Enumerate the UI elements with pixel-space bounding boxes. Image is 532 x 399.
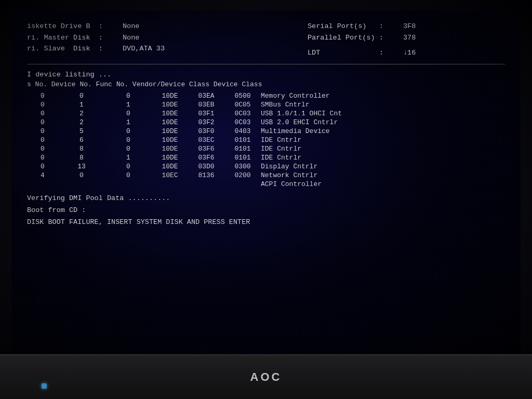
pci-class: 0101	[224, 136, 261, 144]
slave-disk-row: ri. Slave Disk : DVD,ATA 33	[27, 43, 266, 55]
pci-description: IDE Cntrlr	[261, 136, 505, 144]
pci-class: 0403	[224, 127, 261, 136]
pci-table-row: 0 2 1 10DE 03F2 0C03 USB 2.0 EHCI Cntrlr	[27, 118, 505, 127]
ldt-value: ↓16	[403, 47, 416, 59]
pci-bus: 0	[27, 136, 58, 144]
pci-bus: 0	[27, 100, 58, 109]
pci-device-id: 03EA	[188, 91, 224, 100]
pci-bus: 4	[27, 171, 58, 180]
pci-description: Network Cntrlr	[261, 171, 505, 180]
pci-bus: 0	[27, 153, 58, 162]
pci-bus: 0	[27, 162, 58, 171]
pci-device-id: 03F1	[188, 109, 224, 118]
pci-func-no	[105, 180, 152, 189]
pci-bus: 0	[27, 127, 58, 136]
top-info-section: iskette Drive B : None ri. Master Disk :…	[27, 21, 505, 59]
pci-description: Display Cntrlr	[261, 162, 505, 171]
pci-description: Multimedia Device	[261, 127, 505, 136]
pci-vendor: 10DE	[152, 100, 188, 109]
pci-class: 0C03	[224, 109, 261, 118]
pci-func-no: 0	[105, 162, 152, 171]
ldt-label: LDT :	[308, 47, 401, 59]
pci-vendor: 10DE	[152, 136, 188, 144]
pci-device-id: 8136	[188, 171, 224, 180]
dmi-pool-msg: Verifying DMI Pool Data ..........	[27, 193, 505, 205]
pci-device-no: 1	[58, 100, 105, 109]
pci-func-no: 0	[105, 127, 152, 136]
pci-class: 0101	[224, 144, 261, 153]
top-right-info: Serial Port(s) : 3F8 Parallel Port(s) : …	[266, 21, 505, 59]
pci-table-row: 0 8 0 10DE 03F6 0101 IDE Cntrlr	[27, 144, 505, 153]
monitor: iskette Drive B : None ri. Master Disk :…	[0, 0, 532, 399]
pci-bus	[27, 180, 58, 189]
pci-vendor	[152, 180, 188, 189]
parallel-port-value: 378	[403, 32, 416, 44]
pci-device-no: 8	[58, 144, 105, 153]
pci-device-id: 03F0	[188, 127, 224, 136]
pci-table-row: 0 8 1 10DE 03F6 0101 IDE Cntrlr	[27, 153, 505, 162]
pci-func-no: 0	[105, 91, 152, 100]
pci-bus: 0	[27, 144, 58, 153]
parallel-port-label: Parallel Port(s) :	[308, 32, 401, 44]
pci-device-no: 5	[58, 127, 105, 136]
pci-bus: 0	[27, 91, 58, 100]
power-indicator-led	[42, 383, 47, 389]
pci-table-row: 0 0 0 10DE 03EA 0500 Memory Controller	[27, 91, 505, 100]
ldt-row: LDT : ↓16	[308, 47, 505, 59]
bios-screen: iskette Drive B : None ri. Master Disk :…	[11, 10, 521, 354]
master-disk-value: None	[123, 32, 139, 44]
serial-port-row: Serial Port(s) : 3F8	[308, 21, 505, 32]
pci-device-no: 0	[58, 91, 105, 100]
monitor-brand: AOC	[250, 370, 282, 384]
pci-func-no: 0	[105, 109, 152, 118]
pci-device-no	[58, 180, 105, 189]
pci-class: 0C03	[224, 118, 261, 127]
pci-device-id: 03D0	[188, 162, 224, 171]
pci-device-id: 03F6	[188, 153, 224, 162]
pci-heading: I device listing ...	[27, 71, 505, 78]
pci-bus: 0	[27, 118, 58, 127]
pci-table-row: 0 13 0 10DE 03D0 0300 Display Cntrlr	[27, 162, 505, 171]
serial-port-value: 3F8	[403, 21, 416, 32]
bios-content: iskette Drive B : None ri. Master Disk :…	[27, 21, 505, 229]
serial-port-label: Serial Port(s) :	[308, 21, 401, 32]
floppy-drive-row: iskette Drive B : None	[27, 21, 266, 32]
master-disk-row: ri. Master Disk : None	[27, 32, 266, 44]
pci-vendor: 10DE	[152, 153, 188, 162]
pci-func-no: 1	[105, 118, 152, 127]
pci-vendor: 10DE	[152, 91, 188, 100]
monitor-bezel: AOC	[0, 354, 532, 399]
pci-device-no: 2	[58, 109, 105, 118]
pci-description: USB 1.0/1.1 OHCI Cnt	[261, 109, 505, 118]
parallel-port-row: Parallel Port(s) : 378	[308, 32, 505, 44]
disk-failure-msg: DISK BOOT FAILURE, INSERT SYSTEM DISK AN…	[27, 217, 505, 229]
pci-table-row-extra: ACPI Controller	[27, 180, 505, 189]
pci-device-no: 2	[58, 118, 105, 127]
pci-class: 0500	[224, 91, 261, 100]
pci-class: 0200	[224, 171, 261, 180]
pci-vendor: 10DE	[152, 162, 188, 171]
pci-description: IDE Cntrlr	[261, 144, 505, 153]
pci-table-row: 0 5 0 10DE 03F0 0403 Multimedia Device	[27, 127, 505, 136]
pci-class	[224, 180, 261, 189]
pci-device-id: 03EB	[188, 100, 224, 109]
pci-device-no: 6	[58, 136, 105, 144]
pci-func-no: 0	[105, 144, 152, 153]
floppy-drive-label: iskette Drive B :	[27, 21, 121, 32]
footer-messages: Verifying DMI Pool Data .......... Boot …	[27, 193, 505, 229]
pci-func-no: 1	[105, 153, 152, 162]
pci-vendor: 10DE	[152, 127, 188, 136]
pci-table-row: 0 6 0 10DE 03EC 0101 IDE Cntrlr	[27, 136, 505, 144]
pci-class: 0300	[224, 162, 261, 171]
pci-device-id	[188, 180, 224, 189]
pci-description: IDE Cntrlr	[261, 153, 505, 162]
pci-vendor: 10EC	[152, 171, 188, 180]
pci-table: 0 0 0 10DE 03EA 0500 Memory Controller 0…	[27, 91, 505, 189]
floppy-drive-value: None	[123, 21, 139, 32]
pci-vendor: 10DE	[152, 109, 188, 118]
pci-description: Memory Controller	[261, 91, 505, 100]
pci-device-id: 03F2	[188, 118, 224, 127]
pci-vendor: 10DE	[152, 144, 188, 153]
section-divider	[27, 64, 505, 64]
pci-device-id: 03EC	[188, 136, 224, 144]
